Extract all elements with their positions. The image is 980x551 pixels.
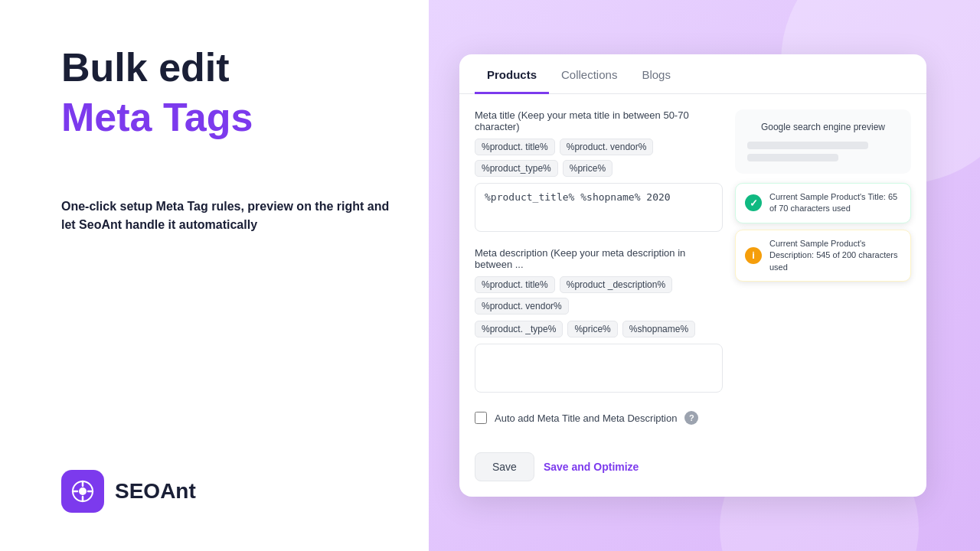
notif-icon-info: i: [745, 247, 762, 264]
notif-icon-check: ✓: [745, 194, 762, 211]
form-section: Meta title (Keep your meta title in betw…: [475, 109, 723, 437]
tag-product-title[interactable]: %product. title%: [475, 139, 555, 155]
right-panel: Products Collections Blogs Meta title (K…: [429, 0, 980, 551]
save-optimize-button[interactable]: Save and Optimize: [544, 461, 639, 473]
left-content: Bulk edit Meta Tags One-click setup Meta…: [61, 46, 390, 470]
notif-badge-green: ✓ Current Sample Product's Title: 65 of …: [735, 183, 911, 223]
card-body: Meta title (Keep your meta title in betw…: [459, 94, 926, 452]
left-panel: Bulk edit Meta Tags One-click setup Meta…: [0, 0, 429, 551]
tag-desc-description[interactable]: %product _description%: [560, 276, 672, 293]
notif-badge-amber: i Current Sample Product's Description: …: [735, 230, 911, 282]
logo-area: SEOAnt: [61, 470, 390, 513]
help-icon[interactable]: ?: [684, 411, 698, 425]
logo-name: SEOAnt: [115, 479, 196, 504]
meta-desc-tags-row1: %product. title% %product _description% …: [475, 276, 723, 315]
meta-description-input[interactable]: [475, 344, 723, 393]
heading-bulk: Bulk edit: [61, 46, 390, 90]
preview-line-1: [747, 142, 868, 149]
tab-collections[interactable]: Collections: [549, 54, 629, 94]
preview-section: Google search engine preview ✓ Current S…: [735, 109, 911, 437]
preview-line-2: [747, 154, 838, 161]
auto-add-row: Auto add Meta Title and Meta Description…: [475, 411, 723, 425]
notif-text-amber: Current Sample Product's Description: 54…: [769, 238, 901, 273]
meta-description-group: Meta description (Keep your meta descrip…: [475, 247, 723, 408]
meta-title-input[interactable]: [475, 183, 723, 232]
tag-desc-vendor[interactable]: %product. vendor%: [475, 298, 569, 315]
tag-desc-price[interactable]: %price%: [567, 321, 617, 337]
meta-title-tags: %product. title% %product. vendor% %prod…: [475, 139, 723, 177]
tag-desc-type[interactable]: %product. _type%: [475, 321, 563, 337]
seoant-icon: [71, 480, 94, 503]
logo-icon: [61, 470, 104, 513]
save-button[interactable]: Save: [475, 452, 534, 481]
main-card: Products Collections Blogs Meta title (K…: [459, 54, 926, 497]
auto-add-checkbox[interactable]: [475, 412, 487, 424]
tab-products[interactable]: Products: [475, 54, 549, 94]
preview-box: Google search engine preview: [735, 109, 911, 174]
notif-text-green: Current Sample Product's Title: 65 of 70…: [769, 191, 901, 215]
meta-description-label: Meta description (Keep your meta descrip…: [475, 247, 723, 270]
tag-product-type[interactable]: %product_type%: [475, 160, 558, 177]
tag-product-vendor[interactable]: %product. vendor%: [560, 139, 654, 155]
svg-point-1: [79, 487, 87, 495]
tabs-bar: Products Collections Blogs: [459, 54, 926, 94]
heading-meta: Meta Tags: [61, 96, 390, 139]
card-footer: Save Save and Optimize: [459, 452, 926, 497]
tag-price[interactable]: %price%: [563, 160, 612, 177]
meta-title-label: Meta title (Keep your meta title in betw…: [475, 109, 723, 132]
tab-blogs[interactable]: Blogs: [629, 54, 683, 94]
tag-desc-product-title[interactable]: %product. title%: [475, 276, 555, 293]
auto-add-label: Auto add Meta Title and Meta Description: [495, 412, 677, 424]
tag-desc-shopname[interactable]: %shopname%: [622, 321, 695, 337]
preview-title: Google search engine preview: [747, 122, 899, 132]
meta-desc-tags-row2: %product. _type% %price% %shopname%: [475, 321, 723, 337]
meta-title-group: Meta title (Keep your meta title in betw…: [475, 109, 723, 247]
subtext: One-click setup Meta Tag rules, preview …: [61, 197, 390, 234]
